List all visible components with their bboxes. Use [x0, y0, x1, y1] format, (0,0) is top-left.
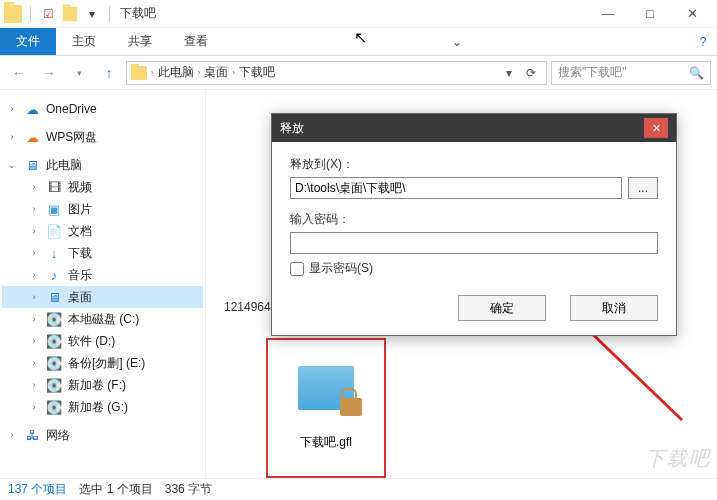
drive-icon: 💽	[46, 333, 62, 349]
dialog-close-button[interactable]: ✕	[644, 118, 668, 138]
minimize-button[interactable]: —	[587, 0, 629, 28]
nav-forward-button[interactable]: →	[36, 60, 62, 86]
breadcrumb[interactable]: 此电脑	[158, 64, 194, 81]
address-box[interactable]: › 此电脑 › 桌面 › 下载吧 ▾ ⟳	[126, 61, 547, 85]
quick-access-toolbar: ☑ ▾	[4, 5, 114, 23]
drive-icon: 💽	[46, 355, 62, 371]
locked-folder-icon	[298, 366, 354, 410]
window-title: 下载吧	[120, 5, 156, 22]
nav-history-dropdown[interactable]: ▾	[66, 60, 92, 86]
chevron-right-icon: ›	[28, 314, 40, 324]
chevron-right-icon: ›	[28, 182, 40, 192]
sidebar-item[interactable]: ›💽新加卷 (F:)	[2, 374, 203, 396]
cancel-button[interactable]: 取消	[570, 295, 658, 321]
close-button[interactable]: ✕	[671, 0, 713, 28]
sidebar-item[interactable]: ›💽备份[勿删] (E:)	[2, 352, 203, 374]
nav-tree: › ☁ OneDrive › ☁ WPS网盘 ⌄ 🖥 此电脑 ›🎞视频›▣图片›…	[2, 98, 203, 446]
show-password-label: 显示密码(S)	[309, 260, 373, 277]
chevron-right-icon: ›	[28, 270, 40, 280]
ribbon-tab-home[interactable]: 主页	[56, 28, 112, 55]
sidebar-item[interactable]: ›💽新加卷 (G:)	[2, 396, 203, 418]
ribbon-file-tab[interactable]: 文件	[0, 28, 56, 55]
sidebar-item[interactable]: ›▣图片	[2, 198, 203, 220]
chevron-right-icon: ›	[28, 204, 40, 214]
extract-to-label: 释放到(X)：	[290, 156, 658, 173]
ribbon-help-icon[interactable]: ?	[689, 28, 717, 55]
sidebar-item-label: 网络	[46, 427, 70, 444]
breadcrumb[interactable]: 桌面	[204, 64, 228, 81]
sidebar-item-label: WPS网盘	[46, 129, 97, 146]
search-input[interactable]: 搜索"下载吧" 🔍	[551, 61, 711, 85]
chevron-down-icon: ⌄	[6, 160, 18, 170]
status-size: 336 字节	[165, 481, 212, 498]
sidebar-item-label: 桌面	[68, 289, 92, 306]
chevron-right-icon: ›	[6, 430, 18, 440]
chevron-right-icon: ›	[28, 292, 40, 302]
chevron-right-icon: ›	[28, 336, 40, 346]
sidebar-item[interactable]: ›♪音乐	[2, 264, 203, 286]
ribbon-tab-share[interactable]: 共享	[112, 28, 168, 55]
sidebar-item[interactable]: ›💽软件 (D:)	[2, 330, 203, 352]
extract-path-input[interactable]	[290, 177, 622, 199]
nav-up-button[interactable]: ↑	[96, 60, 122, 86]
ribbon-tab-view[interactable]: 查看	[168, 28, 224, 55]
show-password-checkbox[interactable]	[290, 262, 304, 276]
status-bar: 137 个项目 选中 1 个项目 336 字节	[0, 478, 717, 500]
status-selection: 选中 1 个项目	[79, 481, 152, 498]
qat-dropdown-icon[interactable]: ▾	[83, 5, 101, 23]
nav-back-button[interactable]: ←	[6, 60, 32, 86]
selected-file-item[interactable]: 下载吧.gfl	[266, 338, 386, 478]
drive-icon: ▣	[46, 201, 62, 217]
sidebar-item-wps[interactable]: › ☁ WPS网盘	[2, 126, 203, 148]
drive-icon: 🎞	[46, 179, 62, 195]
sidebar-item-label: 下载	[68, 245, 92, 262]
chevron-right-icon: ›	[28, 226, 40, 236]
qat-check-icon[interactable]: ☑	[39, 5, 57, 23]
password-input[interactable]	[290, 232, 658, 254]
chevron-right-icon: ›	[151, 68, 154, 77]
sidebar-item-label: 此电脑	[46, 157, 82, 174]
browse-button[interactable]: ...	[628, 177, 658, 199]
sidebar-item-onedrive[interactable]: › ☁ OneDrive	[2, 98, 203, 120]
maximize-button[interactable]: □	[629, 0, 671, 28]
address-dropdown-icon[interactable]: ▾	[498, 66, 520, 80]
file-name: 下载吧.gfl	[300, 434, 352, 451]
drive-icon: 💽	[46, 399, 62, 415]
chevron-right-icon: ›	[28, 402, 40, 412]
sidebar-item-label: 新加卷 (F:)	[68, 377, 126, 394]
dialog-title: 释放	[280, 120, 304, 137]
ok-button[interactable]: 确定	[458, 295, 546, 321]
drive-icon: ↓	[46, 245, 62, 261]
drive-icon: 💽	[46, 311, 62, 327]
sidebar-item-network[interactable]: › 🖧 网络	[2, 424, 203, 446]
sidebar-item-thispc[interactable]: ⌄ 🖥 此电脑	[2, 154, 203, 176]
address-bar: ← → ▾ ↑ › 此电脑 › 桌面 › 下载吧 ▾ ⟳ 搜索"下载吧" 🔍	[0, 56, 717, 90]
chevron-right-icon: ›	[198, 68, 201, 77]
sidebar-item-label: 图片	[68, 201, 92, 218]
sidebar-item-label: 文档	[68, 223, 92, 240]
sidebar-item[interactable]: ›🖥桌面	[2, 286, 203, 308]
sidebar-item[interactable]: ›🎞视频	[2, 176, 203, 198]
dialog-titlebar[interactable]: 释放 ✕	[272, 114, 676, 142]
refresh-icon[interactable]: ⟳	[520, 66, 542, 80]
sidebar-item-label: 视频	[68, 179, 92, 196]
sidebar-item-label: 音乐	[68, 267, 92, 284]
ribbon: 文件 主页 共享 查看 ⌄ ?	[0, 28, 717, 56]
drive-icon: 💽	[46, 377, 62, 393]
breadcrumb[interactable]: 下载吧	[239, 64, 275, 81]
cloud-icon: ☁	[24, 129, 40, 145]
status-item-count: 137 个项目	[8, 481, 67, 498]
sidebar-item[interactable]: ›💽本地磁盘 (C:)	[2, 308, 203, 330]
separator	[30, 6, 31, 22]
ribbon-expand-icon[interactable]: ⌄	[443, 28, 471, 55]
chevron-right-icon: ›	[6, 132, 18, 142]
sidebar-item[interactable]: ›📄文档	[2, 220, 203, 242]
chevron-right-icon: ›	[6, 104, 18, 114]
chevron-right-icon: ›	[232, 68, 235, 77]
folder-icon	[4, 5, 22, 23]
sidebar-item[interactable]: ›↓下载	[2, 242, 203, 264]
sidebar-item-label: 软件 (D:)	[68, 333, 115, 350]
cloud-icon: ☁	[24, 101, 40, 117]
chevron-right-icon: ›	[28, 380, 40, 390]
chevron-right-icon: ›	[28, 358, 40, 368]
